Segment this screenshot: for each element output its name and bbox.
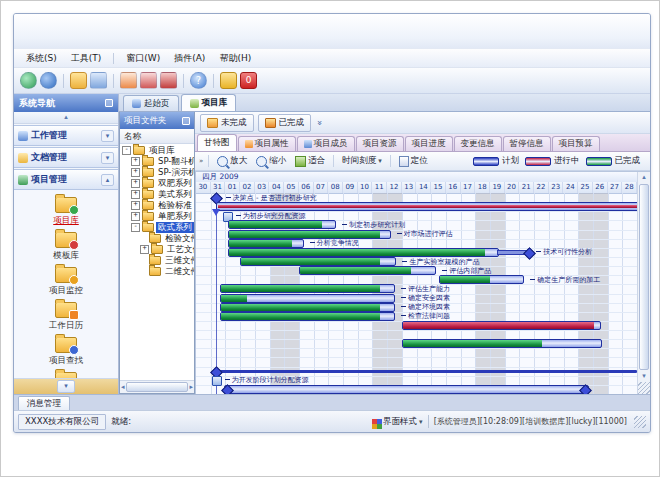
power-icon[interactable]: 0 xyxy=(240,72,257,89)
task-bar[interactable] xyxy=(228,230,390,239)
task-bar[interactable] xyxy=(240,257,396,266)
tab-project-library[interactable]: 项目库 xyxy=(181,94,237,111)
gantt-tab-0[interactable]: 甘特图 xyxy=(197,134,237,151)
expand-icon[interactable]: - xyxy=(131,223,140,232)
window-icon[interactable] xyxy=(90,72,107,89)
pin-icon[interactable] xyxy=(182,117,190,125)
sidebar-item-1[interactable]: 模板库 xyxy=(53,230,79,264)
tree-item[interactable]: +双肥系列 xyxy=(120,178,194,189)
gantt-tab-4[interactable]: 项目进度 xyxy=(405,136,453,151)
sidebar-item-4[interactable]: 项目查找 xyxy=(49,335,83,369)
gantt-tab-3[interactable]: 项目资源 xyxy=(356,136,404,151)
tree-item[interactable]: 三维文件 xyxy=(120,255,194,266)
tree-item[interactable]: -欧式系列 xyxy=(120,222,194,233)
expand-icon[interactable]: + xyxy=(131,212,140,221)
scrollbar-thumb[interactable] xyxy=(126,382,189,392)
sync-icon[interactable] xyxy=(20,72,37,89)
tree-column-header[interactable]: 名称 xyxy=(120,129,194,144)
sidebar-item-0[interactable]: 项目库 xyxy=(53,195,79,229)
tree-item[interactable]: +SP-演示机系 xyxy=(120,167,194,178)
expand-icon[interactable]: + xyxy=(131,201,140,210)
task-bar[interactable] xyxy=(402,339,602,348)
resize-grip[interactable] xyxy=(634,416,646,428)
tree-horizontal-scrollbar[interactable]: ◂ ▸ xyxy=(120,380,194,393)
task-bar[interactable] xyxy=(228,248,499,257)
scroll-up-icon[interactable]: ▴ xyxy=(638,172,650,183)
sidebar-collapse-button[interactable]: ▴ xyxy=(14,112,118,124)
web-icon[interactable] xyxy=(40,72,57,89)
fit-button[interactable]: 适合 xyxy=(292,154,328,168)
finished-button[interactable]: 已完成 xyxy=(258,114,312,132)
folder-icon-t[interactable] xyxy=(70,72,87,89)
tree-item-label: 欧式系列 xyxy=(156,222,194,233)
time-scale-dropdown[interactable]: 时间刻度▾ xyxy=(339,154,385,168)
pin-icon[interactable] xyxy=(105,99,113,107)
menu-item-4[interactable]: 帮助(H) xyxy=(213,51,257,66)
scroll-left-icon[interactable]: ◂ xyxy=(121,383,125,391)
tree-item[interactable]: +SP-翻斗机系 xyxy=(120,156,194,167)
toolbar-overflow-button[interactable]: » xyxy=(199,157,203,165)
message-management-tab[interactable]: 消息管理 xyxy=(18,396,70,410)
scroll-right-icon[interactable]: ▸ xyxy=(189,383,193,391)
menu-item-3[interactable]: 插件(A) xyxy=(168,51,211,66)
gantt-vertical-scrollbar[interactable]: ▴ ▾ xyxy=(637,172,650,394)
message-icon[interactable] xyxy=(160,72,177,89)
gantt-tab-6[interactable]: 暂停信息 xyxy=(503,136,551,151)
mail-icon[interactable] xyxy=(120,72,137,89)
summary-line[interactable] xyxy=(216,370,637,373)
lock-icon-t[interactable] xyxy=(220,72,237,89)
task-bar[interactable] xyxy=(220,294,395,303)
sidebar-group-0[interactable]: 工作管理▾ xyxy=(14,125,118,146)
expand-icon[interactable]: + xyxy=(131,157,140,166)
unfinished-button[interactable]: 未完成 xyxy=(200,114,254,132)
filter-more-button[interactable]: » xyxy=(315,120,325,126)
menu-item-2[interactable]: 窗口(W) xyxy=(120,51,166,66)
menu-item-1[interactable]: 工具(T) xyxy=(65,51,108,66)
expand-icon[interactable]: + xyxy=(131,168,140,177)
task-bar[interactable] xyxy=(220,284,395,293)
gantt-tab-1[interactable]: 项目属性 xyxy=(238,136,296,151)
task-bar[interactable] xyxy=(439,275,525,284)
expand-icon[interactable]: - xyxy=(122,146,131,155)
task-bar[interactable] xyxy=(228,220,336,229)
sidebar-group-2[interactable]: 项目管理▴ xyxy=(14,169,118,190)
scroll-down-button[interactable]: ▾ xyxy=(57,380,75,393)
zoom-out-button[interactable]: 缩小 xyxy=(253,154,289,168)
sidebar-item-2[interactable]: 项目监控 xyxy=(49,265,83,299)
tree-item[interactable]: 检验文件 xyxy=(120,233,194,244)
report-icon[interactable] xyxy=(140,72,157,89)
tree-item[interactable]: +单肥系列 xyxy=(120,211,194,222)
zoom-in-button[interactable]: 放大 xyxy=(214,154,250,168)
sidebar-group-1[interactable]: 文档管理▾ xyxy=(14,147,118,168)
tree-item-label: 检验文件 xyxy=(163,233,194,244)
gantt-tab-2[interactable]: 项目成员 xyxy=(297,136,355,151)
gantt-tab-7[interactable]: 项目预算 xyxy=(552,136,600,151)
expand-icon[interactable]: + xyxy=(140,245,149,254)
summary-start-marker xyxy=(212,209,220,216)
scroll-down-icon[interactable]: ▾ xyxy=(638,371,650,382)
expand-icon[interactable]: + xyxy=(131,190,140,199)
expand-icon[interactable]: + xyxy=(131,179,140,188)
tree-item[interactable]: -项目库 xyxy=(120,145,194,156)
task-bar[interactable] xyxy=(228,239,304,248)
task-bar[interactable] xyxy=(299,266,436,275)
tab-start-page[interactable]: 起始页 xyxy=(123,95,179,111)
sidebar-item-3[interactable]: 工作日历 xyxy=(49,300,83,334)
tree-item[interactable]: 二维文件 xyxy=(120,266,194,277)
locate-button[interactable]: 定位 xyxy=(396,154,431,168)
resize-grip[interactable] xyxy=(638,382,650,394)
task-bar[interactable] xyxy=(402,321,601,330)
scrollbar-thumb[interactable] xyxy=(639,184,649,370)
gantt-tab-5[interactable]: 变更信息 xyxy=(454,136,502,151)
milestone-task-icon[interactable] xyxy=(212,376,222,386)
tree-item[interactable]: +工艺文件 xyxy=(120,244,194,255)
tree-item[interactable]: +美式系列 xyxy=(120,189,194,200)
tree-item[interactable]: +检验标准 xyxy=(120,200,194,211)
task-bar[interactable] xyxy=(220,303,395,312)
menu-item-0[interactable]: 系统(S) xyxy=(20,51,63,66)
task-bar[interactable] xyxy=(220,312,395,321)
sidebar-item-5[interactable]: 任务查找 xyxy=(49,370,83,378)
task-bar[interactable] xyxy=(224,385,589,394)
ui-style-dropdown[interactable]: 界面样式 ▾ xyxy=(372,416,423,428)
help-icon[interactable]: ? xyxy=(190,72,207,89)
